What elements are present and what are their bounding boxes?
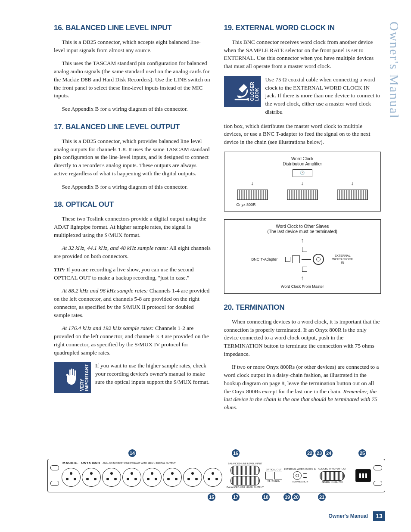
callout-15: 15 bbox=[208, 493, 215, 501]
xlr-row bbox=[62, 468, 222, 487]
arrow-up-icon bbox=[301, 274, 304, 282]
xlr-connector bbox=[82, 468, 101, 487]
microscope-icon: A CLOSER LOOK bbox=[224, 76, 261, 107]
para: At 176.4 kHz and 192 kHz sample rates: C… bbox=[54, 324, 211, 357]
closer-look-label: A CLOSER LOOK bbox=[245, 82, 259, 101]
callout-17: 17 bbox=[232, 493, 240, 501]
device-box bbox=[337, 190, 368, 200]
em: At 88.2 kHz and 96 kHz sample rates: bbox=[62, 287, 148, 294]
footer-label: Owner's Manual bbox=[328, 513, 368, 519]
em: At 32 kHz, 44.1 kHz, and 48 kHz sample r… bbox=[62, 245, 168, 251]
tip-label: TIP: bbox=[54, 266, 65, 273]
db25-connector bbox=[320, 471, 345, 481]
aes-section: AES/EBU OR S/PDIF OUT AES/EBU = 110Ω / P… bbox=[318, 468, 346, 483]
footer: Owner's Manual 13 bbox=[328, 511, 385, 521]
callout-19: 19 bbox=[283, 493, 291, 501]
toslink-connector bbox=[265, 472, 273, 479]
arrow-down-icon bbox=[301, 180, 304, 187]
callout-16: 16 bbox=[232, 449, 240, 457]
optical-section: OPTICAL OUT 24 / 192kHz bbox=[265, 469, 282, 483]
para: These two Toslink connectors provide a d… bbox=[54, 215, 211, 239]
page-number: 13 bbox=[373, 511, 385, 521]
callout-14: 14 bbox=[128, 449, 136, 457]
callout-18: 18 bbox=[262, 493, 270, 501]
db25-connector bbox=[230, 476, 260, 485]
xlr-connector bbox=[183, 468, 202, 487]
rear-panel: MACKIE. ONYX 800R ANALOG MICROPHONE PREA… bbox=[47, 459, 385, 492]
hand-icon: VERY IMPORTANT bbox=[54, 362, 91, 393]
power-section bbox=[355, 469, 371, 482]
para: This is a DB25 connector, which accepts … bbox=[54, 38, 211, 54]
closer-look-callout: A CLOSER LOOK Use 75 Ω coaxial cable whe… bbox=[224, 76, 381, 116]
xlr-connector bbox=[102, 468, 121, 487]
wordclock-section: EXTERNAL WORD CLOCK IN TERMINATION bbox=[284, 468, 316, 483]
heading-20: 20. TERMINATION bbox=[224, 303, 381, 312]
callout-25: 25 bbox=[358, 449, 366, 457]
termination-button bbox=[303, 473, 307, 478]
callout-23: 23 bbox=[315, 449, 323, 457]
important-label: VERY IMPORTANT bbox=[80, 364, 89, 391]
right-column: 19. EXTERNAL WORD CLOCK IN This BNC conn… bbox=[224, 24, 381, 417]
para: At 32 kHz, 44.1 kHz, and 48 kHz sample r… bbox=[54, 244, 211, 260]
em: At 176.4 kHz and 192 kHz sample rates: bbox=[62, 325, 153, 331]
text: If you are recording a live show, you ca… bbox=[54, 266, 194, 281]
label: 24 / 192kHz bbox=[268, 480, 280, 483]
closer-text: Use 75 Ω coaxial cable when connecting a… bbox=[265, 76, 381, 116]
figure-distribution-amp: Word Clock Distribution Amplifier 🕒 Onyx… bbox=[224, 152, 381, 212]
heading-16: 16. BALANCED LINE LEVEL INPUT bbox=[54, 24, 211, 32]
rear-panel-figure: 14 MACKIE. ONYX 800R ANALOG MICROPHONE P… bbox=[47, 459, 385, 492]
label: AES/EBU OR S/PDIF OUT bbox=[318, 468, 346, 470]
heading-17: 17. BALANCED LINE LEVEL OUTPUT bbox=[54, 123, 211, 131]
para: This uses the TASCAM standard pin config… bbox=[54, 59, 211, 100]
important-text: If you want to use the higher sample rat… bbox=[95, 362, 211, 386]
callout-22: 22 bbox=[306, 449, 314, 457]
label: BALANCED LINE LEVEL INPUT bbox=[228, 463, 262, 465]
bnc-connector bbox=[293, 471, 302, 480]
device-box bbox=[237, 190, 268, 200]
xlr-connector bbox=[203, 468, 222, 487]
figure-caption: Word Clock From Master bbox=[229, 284, 377, 289]
para: At 88.2 kHz and 96 kHz sample rates: Cha… bbox=[54, 287, 211, 319]
para: tion box, which distributes the master w… bbox=[224, 122, 381, 146]
left-column: 16. BALANCED LINE LEVEL INPUT This is a … bbox=[54, 24, 211, 417]
callout-21: 21 bbox=[318, 493, 326, 501]
model: ONYX 800R bbox=[81, 461, 100, 465]
figure-title: Word Clock Distribution Amplifier bbox=[229, 156, 377, 167]
svg-point-0 bbox=[238, 96, 241, 98]
figure-title: Word Clock to Other Slaves (The last dev… bbox=[229, 224, 377, 234]
callout-20: 20 bbox=[292, 493, 300, 501]
device-box bbox=[287, 190, 318, 200]
iec-inlet bbox=[355, 469, 371, 482]
arrow-down-icon bbox=[351, 180, 354, 187]
db25-section: BALANCED LINE LEVEL INPUT BALANCED LINE … bbox=[227, 463, 264, 489]
para: See Appendix B for a wiring diagram of t… bbox=[54, 183, 211, 191]
panel-subtitle: ANALOG MICROPHONE PREAMP WITH 192kHz DIG… bbox=[103, 462, 175, 465]
clock-icon: 🕒 bbox=[293, 169, 312, 177]
important-callout: VERY IMPORTANT If you want to use the hi… bbox=[54, 362, 211, 393]
xlr-connector bbox=[143, 468, 162, 487]
side-tab: Owner's Manual bbox=[387, 22, 402, 119]
label: BALANCED LINE LEVEL OUTPUT bbox=[227, 486, 264, 489]
tip: TIP: If you are recording a live show, y… bbox=[54, 266, 211, 282]
label: EXTERNAL WORD CLOCK IN bbox=[284, 468, 316, 471]
bnc-icon bbox=[313, 254, 324, 265]
label: TERMINATION bbox=[292, 481, 308, 483]
figure-bnc-t: Word Clock to Other Slaves (The last dev… bbox=[224, 219, 381, 293]
bnc-t-label: BNC T-Adapter bbox=[251, 257, 277, 262]
para: If two or more Onyx 800Rs (or other devi… bbox=[224, 363, 381, 411]
label: OPTICAL OUT bbox=[266, 469, 281, 471]
xlr-connector bbox=[122, 468, 141, 487]
heading-19: 19. EXTERNAL WORD CLOCK IN bbox=[224, 24, 381, 32]
brand: MACKIE. bbox=[62, 461, 78, 465]
label: AES/EBU = 110Ω / PRO bbox=[322, 482, 343, 484]
arrow-up-icon bbox=[301, 237, 304, 244]
xlr-connector bbox=[62, 468, 81, 487]
toslink-connector bbox=[274, 472, 282, 479]
para: When connecting devices to a word clock,… bbox=[224, 318, 381, 358]
para: See Appendix B for a wiring diagram of t… bbox=[54, 105, 211, 113]
onyx-label: Onyx 800R bbox=[229, 202, 377, 207]
para: This is a DB25 connector, which provides… bbox=[54, 137, 211, 178]
xlr-connector bbox=[163, 468, 182, 487]
arrow-down-icon bbox=[251, 180, 254, 187]
para: This BNC connector receives word clock f… bbox=[224, 38, 381, 71]
